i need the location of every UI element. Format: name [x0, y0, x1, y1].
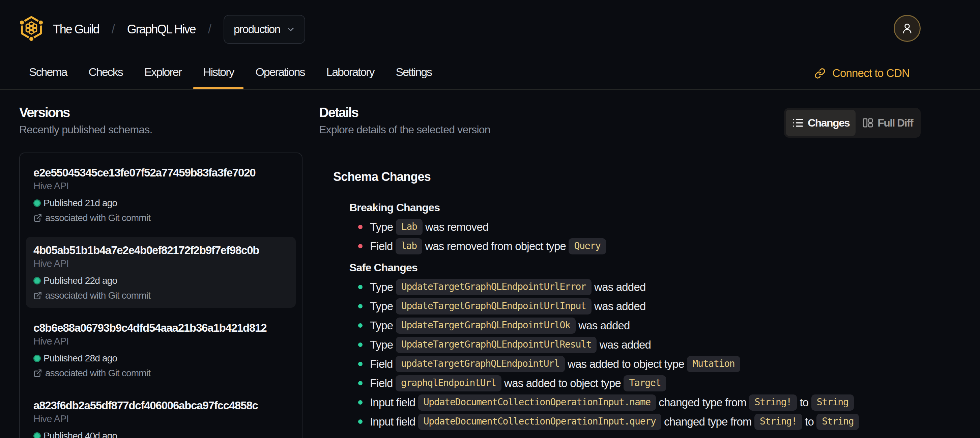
tab-label: Laboratory	[326, 65, 374, 79]
code-badge: UpdateDocumentCollectionOperationInput.q…	[418, 414, 661, 430]
versions-title: Versions	[19, 104, 302, 121]
safe-change-row: Type UpdateTargetGraphQLEndpointUrlOk wa…	[333, 316, 921, 335]
tab-checks[interactable]: Checks	[79, 62, 132, 89]
change-text: to	[797, 396, 811, 409]
header-top-row: The Guild / GraphQL Hive / production	[0, 0, 980, 62]
tab-label: Checks	[89, 65, 123, 79]
change-text: changed type from	[661, 416, 754, 428]
link-icon	[815, 68, 826, 79]
breaking-change-row: Type Lab was removed	[333, 217, 921, 237]
version-service: Hive API	[33, 258, 288, 269]
published-status-dot	[33, 432, 41, 438]
version-hash: a823f6db2a55df877dcf406006abca97fcc4858c	[33, 398, 288, 413]
schema-changes-heading: Schema Changes	[333, 168, 921, 186]
full-diff-toggle-button[interactable]: Full Diff	[856, 110, 919, 136]
guild-logo-icon[interactable]	[19, 15, 43, 41]
connect-to-cdn-link[interactable]: Connect to CDN	[815, 67, 910, 80]
details-header: Details Explore details of the selected …	[319, 104, 921, 136]
tab-laboratory[interactable]: Laboratory	[316, 62, 384, 89]
code-badge: String	[811, 395, 854, 411]
version-item[interactable]: a823f6db2a55df877dcf406006abca97fcc4858c…	[26, 392, 296, 438]
full-diff-toggle-label: Full Diff	[878, 117, 913, 129]
version-item[interactable]: e2e55045345ce13fe07f52a77459b83fa3fe7020…	[26, 159, 296, 230]
tab-settings[interactable]: Settings	[386, 62, 442, 89]
target-selector-dropdown[interactable]: production	[224, 15, 305, 44]
schema-changes-section: Schema Changes Breaking Changes Type Lab…	[319, 168, 921, 431]
version-hash: c8b6e88a06793b9c4dfd54aaa21b36a1b421d812	[33, 320, 288, 335]
change-text: was added	[597, 338, 651, 351]
change-text: was removed from object type	[422, 240, 569, 252]
code-badge: Mutation	[687, 356, 740, 372]
published-status-dot	[33, 277, 41, 285]
tab-label: Explorer	[144, 65, 181, 79]
code-badge: String!	[754, 414, 802, 430]
version-service: Hive API	[33, 413, 288, 425]
change-text: was added	[576, 319, 630, 332]
safe-change-row: Type UpdateTargetGraphQLEndpointUrlInput…	[333, 296, 921, 316]
tab-label: Operations	[255, 65, 304, 79]
version-published-row: Published 22d ago	[33, 275, 288, 287]
code-badge: UpdateTargetGraphQLEndpointUrlError	[396, 279, 592, 295]
change-text: was added to object type	[565, 358, 687, 370]
code-badge: UpdateTargetGraphQLEndpointUrlInput	[396, 298, 592, 314]
target-selector-value: production	[234, 23, 280, 36]
change-text: Field	[370, 240, 396, 252]
tab-schema[interactable]: Schema	[19, 62, 77, 89]
git-commit-link[interactable]: associated with Git commit	[33, 290, 288, 302]
change-text: Input field	[370, 416, 418, 428]
version-published-label: Published 40d ago	[43, 430, 117, 438]
external-link-icon	[33, 291, 42, 300]
published-status-dot	[33, 355, 41, 362]
version-published-label: Published 22d ago	[43, 275, 117, 287]
version-published-row: Published 21d ago	[33, 197, 288, 209]
version-service: Hive API	[33, 335, 288, 347]
safe-changes-heading: Safe Changes	[349, 260, 921, 276]
version-hash: 4b05ab51b1b4a7e2e4b0ef82172f2b9f7ef98c0b	[33, 243, 288, 258]
version-published-label: Published 28d ago	[43, 352, 117, 365]
changes-toggle-label: Changes	[808, 117, 850, 129]
change-text: Type	[370, 338, 396, 351]
code-badge: String!	[749, 395, 797, 411]
code-badge: UpdateTargetGraphQLEndpointUrlResult	[396, 337, 597, 353]
git-commit-label: associated with Git commit	[45, 212, 150, 224]
version-item-selected[interactable]: 4b05ab51b1b4a7e2e4b0ef82172f2b9f7ef98c0b…	[26, 237, 296, 308]
tab-operations[interactable]: Operations	[245, 62, 314, 89]
code-badge: UpdateDocumentCollectionOperationInput.n…	[418, 395, 656, 411]
version-published-row: Published 28d ago	[33, 352, 288, 365]
user-icon	[901, 22, 913, 35]
changes-toggle-button[interactable]: Changes	[786, 110, 856, 136]
tab-explorer[interactable]: Explorer	[135, 62, 191, 89]
breadcrumb-separator: /	[111, 22, 115, 37]
code-badge: graphqlEndpointUrl	[396, 375, 501, 392]
user-avatar[interactable]	[894, 15, 921, 42]
breadcrumb-org[interactable]: The Guild	[53, 22, 99, 37]
external-link-icon	[33, 213, 42, 222]
tab-label: Schema	[29, 65, 67, 79]
git-commit-link[interactable]: associated with Git commit	[33, 367, 288, 379]
safe-change-row: Input field UpdateDocumentCollectionOper…	[333, 393, 921, 412]
change-text: Type	[370, 281, 396, 293]
safe-change-row: Input field UpdateDocumentCollectionOper…	[333, 412, 921, 431]
versions-subtitle: Recently published schemas.	[19, 123, 302, 136]
change-text: Field	[370, 358, 396, 370]
change-text: changed type from	[656, 396, 749, 409]
tab-label: Settings	[396, 65, 432, 79]
change-text: was added	[592, 281, 646, 293]
breadcrumb-separator: /	[208, 22, 211, 37]
git-commit-label: associated with Git commit	[45, 367, 150, 379]
git-commit-link[interactable]: associated with Git commit	[33, 212, 288, 224]
version-hash: e2e55045345ce13fe07f52a77459b83fa3fe7020	[33, 166, 288, 180]
code-badge: Lab	[396, 219, 423, 235]
breadcrumb-project[interactable]: GraphQL Hive	[127, 22, 196, 37]
code-badge: UpdateTargetGraphQLEndpointUrlOk	[396, 317, 576, 334]
change-text: to	[802, 416, 817, 428]
tab-label: History	[203, 65, 234, 79]
code-badge: updateTargetGraphQLEndpointUrl	[396, 356, 565, 372]
tab-history[interactable]: History	[193, 62, 244, 89]
version-published-row: Published 40d ago	[33, 430, 288, 438]
version-service: Hive API	[33, 180, 288, 192]
version-item[interactable]: c8b6e88a06793b9c4dfd54aaa21b36a1b421d812…	[26, 314, 296, 385]
chevron-down-icon	[286, 24, 296, 34]
git-commit-label: associated with Git commit	[45, 290, 150, 302]
safe-change-row: Field updateTargetGraphQLEndpointUrl was…	[333, 354, 921, 374]
